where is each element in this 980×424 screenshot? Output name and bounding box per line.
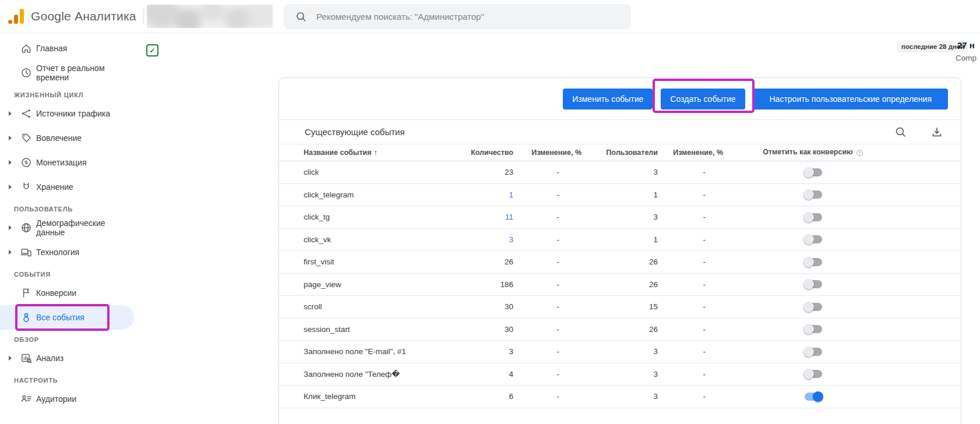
sidebar-item-demographics[interactable]: Демографические данные [0, 215, 134, 240]
sidebar-item-label: Главная [36, 44, 126, 54]
svg-text:$: $ [24, 159, 28, 165]
search-input[interactable] [315, 11, 631, 22]
table-row: click_vk3-1- [279, 229, 961, 252]
conversion-toggle[interactable] [805, 190, 822, 199]
users-change-cell: - [658, 302, 723, 311]
conversion-toggle[interactable] [805, 280, 822, 288]
event-count-cell: 30 [461, 302, 513, 311]
table-row: click_telegram1-1- [279, 184, 961, 207]
custom-definitions-button[interactable]: Настроить пользовательские определения [753, 89, 949, 109]
expand-arrow-icon[interactable] [3, 111, 16, 116]
conversion-toggle[interactable] [805, 235, 822, 243]
account-selector-blurred[interactable] [147, 5, 273, 28]
count-change-cell: - [513, 235, 581, 244]
modify-event-button[interactable]: Изменить событие [563, 89, 653, 109]
conversion-toggle[interactable] [805, 303, 822, 311]
event-name-cell: click_tg [304, 213, 461, 221]
existing-events-header: Существующие события [279, 119, 961, 144]
conversion-toggle[interactable] [805, 370, 822, 378]
sidebar-item-conversions[interactable]: Конверсии [0, 281, 134, 305]
home-icon [20, 43, 32, 54]
expand-arrow-icon[interactable] [3, 160, 16, 165]
users-change-cell: - [658, 257, 723, 266]
event-name-cell: click_telegram [304, 190, 461, 199]
sidebar-item-label: Вовлечение [36, 133, 126, 143]
tag-icon [16, 132, 36, 144]
flag-icon [16, 287, 36, 299]
sidebar-item-analysis[interactable]: Анализ [0, 346, 134, 370]
events-card: Изменить событиеСоздать событиеНастроить… [279, 77, 961, 424]
event-count-cell: 186 [461, 280, 513, 289]
help-icon[interactable]: ? [855, 149, 864, 157]
sidebar-item-audiences[interactable]: Аудитории [0, 387, 134, 411]
event-name-cell: first_visit [304, 257, 461, 266]
expand-arrow-icon[interactable] [3, 250, 16, 255]
event-users-cell: 1 [581, 235, 658, 244]
comparison-label[interactable]: Comp [956, 54, 977, 62]
expand-arrow-icon[interactable] [3, 136, 16, 140]
event-count-cell: 26 [461, 257, 513, 266]
sidebar-section-header: НАСТРОИТЬ [0, 374, 134, 387]
events-table-header: Название события↑КоличествоИзменение, %П… [279, 144, 961, 161]
sidebar-section-header: СОБЫТИЯ [0, 268, 134, 281]
sidebar-item-technology[interactable]: Технология [0, 240, 134, 264]
conversion-toggle-cell [723, 235, 904, 243]
svg-text:?: ? [858, 151, 861, 155]
conversion-toggle[interactable] [805, 325, 822, 333]
sidebar-item-realtime-report[interactable]: Отчет в реальном времени [0, 61, 134, 85]
sidebar-item-traffic-sources[interactable]: Источники трафика [0, 101, 134, 126]
event-name-cell: Заполнено поле "E-mail", #1 [304, 347, 461, 356]
conversion-toggle[interactable] [805, 348, 822, 356]
users-change-cell: - [658, 190, 723, 199]
event-users-cell: 3 [581, 347, 658, 356]
devices-icon [16, 246, 36, 258]
sidebar-item-monetization[interactable]: $Монетизация [0, 150, 134, 175]
event-users-cell: 26 [581, 257, 658, 266]
sidebar-item-retention[interactable]: Хранение [0, 175, 134, 199]
sort-ascending-icon[interactable]: ↑ [374, 149, 378, 157]
table-row: page_view186-26- [279, 274, 961, 296]
column-header-1[interactable]: Название события↑ [304, 149, 461, 157]
users-change-cell: - [658, 213, 723, 221]
event-count-cell: 3 [461, 235, 513, 244]
global-search [284, 4, 631, 29]
conversion-toggle-cell [723, 213, 904, 221]
column-header-5: Изменение, % [658, 149, 723, 157]
help-icon: ? [855, 149, 864, 157]
sidebar-item-all-events[interactable]: Все события [0, 305, 134, 330]
events-table-body: click23-3-click_telegram1-1-click_tg11-3… [279, 161, 961, 408]
create-event-button[interactable]: Создать событие [661, 89, 745, 109]
ga-app: Google Аналитика ✓ ГлавнаяОтчет в реальн… [0, 0, 980, 424]
sidebar-item-home[interactable]: Главная [0, 36, 134, 61]
expand-arrow-icon[interactable] [3, 225, 16, 230]
expand-arrow-icon[interactable] [3, 356, 16, 361]
traffic-sources-icon [20, 108, 32, 119]
topbar-divider [143, 9, 144, 24]
event-name-cell: session_start [304, 325, 461, 334]
event-users-cell: 1 [581, 190, 658, 199]
sidebar-section-header: ОБЗОР [0, 333, 134, 346]
audience-icon [16, 393, 36, 405]
sidebar-item-engagement[interactable]: Вовлечение [0, 126, 134, 150]
table-row: scroll30-15- [279, 296, 961, 319]
conversion-toggle-cell [723, 168, 904, 176]
column-header-6: Отметить как конверсию? [723, 148, 904, 157]
analysis-icon [16, 352, 36, 364]
conversion-toggle[interactable] [805, 168, 822, 176]
table-search-icon[interactable] [894, 126, 907, 139]
sidebar-item-label: Аудитории [36, 394, 126, 404]
conversion-toggle[interactable] [805, 213, 822, 221]
users-change-cell: - [658, 392, 723, 401]
column-header-label: Отметить как конверсию [763, 148, 853, 156]
globe-icon [16, 222, 36, 234]
ga-home-link[interactable]: Google Аналитика [0, 9, 136, 24]
table-row: Заполнено поле "Телеф�4-3- [279, 363, 961, 386]
event-users-cell: 15 [581, 302, 658, 311]
expand-arrow-icon[interactable] [3, 185, 16, 189]
conversion-toggle[interactable] [805, 258, 822, 266]
count-change-cell: - [513, 280, 581, 289]
conversion-toggle[interactable] [805, 393, 822, 401]
globe-icon [20, 222, 32, 234]
download-icon[interactable] [930, 126, 943, 139]
button-label: Изменить событие [572, 94, 643, 104]
